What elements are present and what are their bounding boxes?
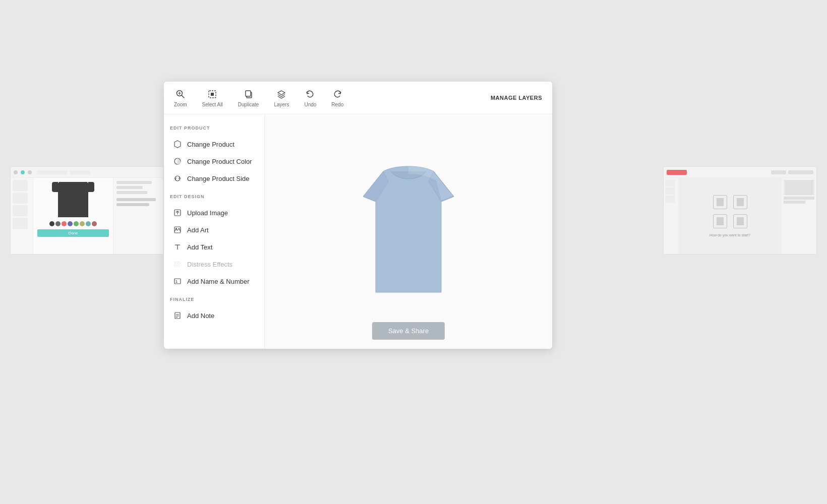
add-text-label: Add Text bbox=[187, 243, 212, 251]
upload-image-item[interactable]: Upload Image bbox=[170, 204, 258, 221]
upload-image-icon bbox=[173, 208, 182, 217]
duplicate-label: Duplicate bbox=[238, 102, 259, 107]
right-background-panel: How do you want to start? bbox=[663, 166, 817, 255]
distress-effects-item: Distress Effects bbox=[170, 256, 258, 273]
zoom-icon bbox=[175, 89, 186, 100]
svg-rect-21 bbox=[175, 312, 180, 319]
add-art-item[interactable]: Add Art bbox=[170, 221, 258, 238]
toolbar: Zoom Select All Duplicate bbox=[164, 82, 552, 114]
svg-line-1 bbox=[182, 95, 184, 98]
edit-design-label: EDIT DESIGN bbox=[170, 194, 258, 199]
layers-icon bbox=[276, 89, 287, 100]
select-all-tool[interactable]: Select All bbox=[202, 89, 223, 107]
change-product-color-item[interactable]: Change Product Color bbox=[170, 153, 258, 170]
zoom-tool[interactable]: Zoom bbox=[174, 89, 187, 107]
left-sidebar: EDIT PRODUCT Change Product Change Produ… bbox=[164, 114, 265, 349]
finalize-label: FINALIZE bbox=[170, 297, 258, 302]
zoom-label: Zoom bbox=[174, 102, 187, 107]
change-product-icon bbox=[173, 140, 182, 149]
svg-text:1: 1 bbox=[175, 280, 178, 283]
left-background-panel: Done bbox=[10, 166, 164, 255]
add-note-item[interactable]: Add Note bbox=[170, 307, 258, 324]
layers-tool[interactable]: Layers bbox=[274, 89, 289, 107]
add-art-icon bbox=[173, 225, 182, 234]
svg-marker-8 bbox=[278, 91, 285, 95]
tshirt-preview bbox=[338, 151, 479, 312]
undo-icon bbox=[305, 89, 316, 100]
svg-point-12 bbox=[175, 228, 177, 229]
redo-tool[interactable]: Redo bbox=[331, 89, 343, 107]
add-name-number-icon: 1 bbox=[173, 277, 182, 286]
add-text-icon bbox=[173, 242, 182, 251]
edit-product-label: EDIT PRODUCT bbox=[170, 125, 258, 131]
add-note-icon bbox=[173, 311, 182, 320]
undo-label: Undo bbox=[304, 102, 316, 107]
add-text-item[interactable]: Add Text bbox=[170, 238, 258, 256]
change-product-color-label: Change Product Color bbox=[187, 158, 252, 165]
redo-label: Redo bbox=[331, 102, 343, 107]
distress-effects-label: Distress Effects bbox=[187, 261, 232, 268]
change-product-side-icon bbox=[173, 174, 182, 183]
add-name-number-label: Add Name & Number bbox=[187, 278, 250, 285]
select-all-label: Select All bbox=[202, 102, 223, 107]
change-product-side-label: Change Product Side bbox=[187, 175, 250, 182]
change-product-label: Change Product bbox=[187, 141, 234, 148]
change-product-item[interactable]: Change Product bbox=[170, 136, 258, 153]
save-share-container: Save & Share bbox=[372, 322, 445, 340]
upload-image-label: Upload Image bbox=[187, 209, 228, 217]
add-note-label: Add Note bbox=[187, 312, 214, 320]
save-share-button[interactable]: Save & Share bbox=[372, 322, 445, 340]
undo-tool[interactable]: Undo bbox=[304, 89, 316, 107]
distress-effects-icon bbox=[173, 260, 182, 269]
manage-layers-button[interactable]: MANAGE LAYERS bbox=[491, 95, 542, 101]
main-editor-modal: Zoom Select All Duplicate bbox=[164, 82, 552, 349]
change-product-side-item[interactable]: Change Product Side bbox=[170, 170, 258, 187]
modal-body: EDIT PRODUCT Change Product Change Produ… bbox=[164, 114, 552, 349]
change-product-color-icon bbox=[173, 157, 182, 166]
add-name-number-item[interactable]: 1 Add Name & Number bbox=[170, 273, 258, 290]
layers-label: Layers bbox=[274, 102, 289, 107]
svg-rect-5 bbox=[211, 93, 214, 96]
duplicate-tool[interactable]: Duplicate bbox=[238, 89, 259, 107]
add-art-label: Add Art bbox=[187, 226, 209, 234]
select-all-icon bbox=[207, 89, 218, 100]
duplicate-icon bbox=[243, 89, 254, 100]
redo-icon bbox=[332, 89, 343, 100]
svg-rect-7 bbox=[246, 91, 251, 96]
canvas-area: Save & Share bbox=[265, 114, 552, 349]
